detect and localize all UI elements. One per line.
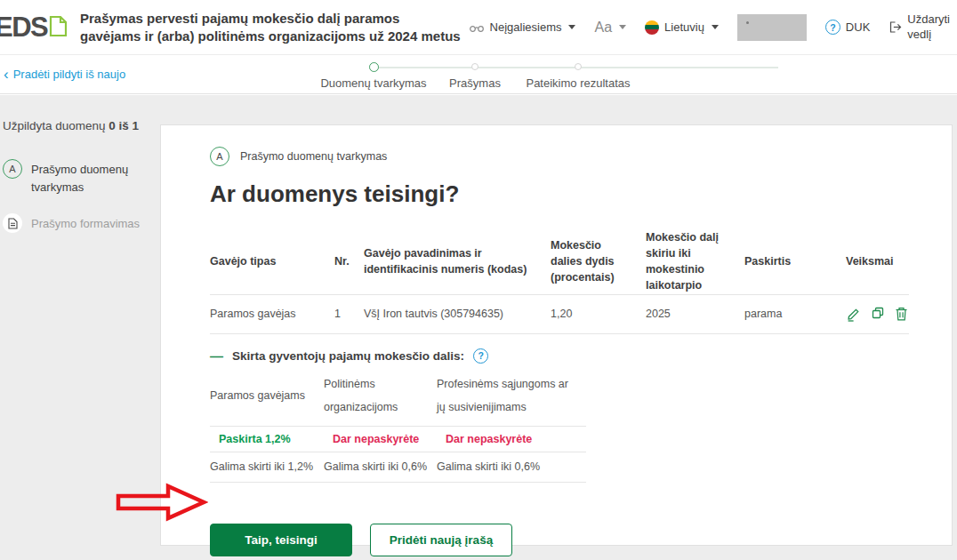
confirm-button[interactable]: Taip, teisingi: [210, 524, 352, 556]
step-dot-active: [369, 62, 379, 72]
caret-down-icon: [619, 25, 626, 29]
row-name: VšĮ Iron tautvis (305794635): [364, 295, 551, 334]
allocation-title: Skirta gyventojų pajamų mokesčio dalis:: [232, 349, 464, 363]
alloc-col-profesinems: Profesinėms sąjungoms ar jų susivienijim…: [437, 365, 586, 428]
section-header: A Prašymo duomenų tvarkymas: [210, 147, 909, 166]
document-circle: [3, 213, 22, 233]
step-pateikimo-rezultatas: Pateikimo rezultatas: [511, 61, 645, 90]
step-duomenu-tvarkymas: Duomenų tvarkymas: [313, 61, 434, 90]
eds-document-icon: [49, 15, 68, 37]
alloc-limit-paramos: Galima skirti iki 1,2%: [210, 452, 324, 483]
restart-link[interactable]: ‹ Pradėti pildyti iš naujo: [4, 68, 125, 81]
col-veiksmai: Veiksmai: [846, 229, 909, 295]
eds-logo-text: EDS: [0, 12, 47, 44]
row-until: 2025: [646, 295, 744, 334]
row-actions: [846, 307, 908, 322]
user-name-redacted: [737, 14, 807, 41]
document-icon: [8, 218, 18, 229]
close-wizard-label: Uždaryti vedlį: [907, 12, 950, 42]
sidebar-item-prasymo-formavimas[interactable]: Prašymo formavimas: [3, 213, 153, 233]
alloc-limit-politinems: Galima skirti iki 0,6%: [324, 452, 437, 483]
button-row: Taip, teisingi Pridėti naują įrašą: [210, 524, 909, 556]
step-label: Prašymas: [449, 76, 501, 90]
chevron-left-icon: ‹: [4, 68, 9, 80]
help-icon[interactable]: ?: [473, 348, 488, 364]
progress-count: 0 iš 1: [109, 119, 139, 132]
alloc-col-politinems: Politinėms organizacijoms: [324, 365, 437, 428]
col-gavejo-tipas: Gavėjo tipas: [210, 229, 334, 295]
accessibility-label: Neįgaliesiems: [490, 20, 562, 34]
col-nr: Nr.: [334, 229, 364, 295]
row-nr: 1: [334, 295, 364, 334]
restart-link-label: Pradėti pildyti iš naujo: [13, 68, 125, 81]
header-controls: Neįgaliesiems Aa Lietuvių ? DUK: [469, 12, 950, 42]
recipients-table: Gavėjo tipas Nr. Gavėjo pavadinimas ir i…: [210, 229, 909, 334]
alloc-col-paramos: Paramos gavėjams: [210, 365, 324, 428]
redacted-dot: [746, 21, 749, 24]
caret-down-icon: [568, 25, 575, 29]
row-percent: 1,20: [551, 295, 646, 334]
delete-icon[interactable]: [895, 307, 908, 321]
page-title: Prašymas pervesti pajamų mokesčio dalį p…: [80, 10, 462, 45]
language-menu[interactable]: Lietuvių: [645, 20, 719, 35]
add-new-record-button[interactable]: Pridėti naują įrašą: [370, 524, 512, 556]
col-iki-laikotarpio: Mokesčio dalį skiriu iki mokestinio laik…: [646, 229, 744, 295]
annotation-arrow-icon: [116, 482, 208, 523]
sidebar-item-duomenu-tvarkymas[interactable]: A Prašymo duomenų tvarkymas: [3, 159, 153, 196]
faq-label: DUK: [846, 20, 870, 34]
section-label: Prašymo duomenų tvarkymas: [240, 150, 387, 163]
top-header: EDS Prašymas pervesti pajamų mokesčio da…: [0, 0, 957, 55]
step-dot-idle: [471, 63, 478, 70]
step-label: Duomenų tvarkymas: [320, 76, 426, 90]
wizard-stepper-bar: ‹ Pradėti pildyti iš naujo Duomenų tvark…: [0, 55, 957, 94]
accessibility-menu[interactable]: Neįgaliesiems: [469, 20, 576, 34]
row-type: Paramos gavėjas: [210, 295, 334, 334]
step-a-badge: A: [210, 147, 229, 166]
lithuania-flag-icon: [645, 20, 659, 35]
step-prasymas: Prašymas: [430, 61, 519, 90]
copy-icon[interactable]: [871, 307, 885, 321]
collapse-minus-icon[interactable]: —: [210, 348, 223, 364]
step-a-badge: A: [3, 159, 22, 179]
exit-icon: [889, 20, 902, 34]
col-paskirtis: Paskirtis: [744, 229, 846, 295]
col-pavadinimas: Gavėjo pavadinimas ir identifikacinis nu…: [364, 229, 551, 295]
close-wizard-button[interactable]: Uždaryti vedlį: [889, 12, 950, 42]
step-label: Pateikimo rezultatas: [526, 76, 630, 90]
font-size-label: Aa: [594, 20, 612, 36]
glasses-icon: [469, 21, 485, 33]
sidebar-item-label: Prašymo duomenų tvarkymas: [31, 159, 153, 196]
page: EDS Prašymas pervesti pajamų mokesčio da…: [0, 0, 957, 560]
help-icon: ?: [825, 20, 840, 35]
faq-link[interactable]: ? DUK: [825, 20, 870, 35]
alloc-limit-profesinems: Galima skirti iki 0,6%: [437, 452, 586, 483]
col-dalies-dydis: Mokesčio dalies dydis (procentais): [551, 229, 646, 295]
alloc-status-profesinems: Dar nepaskyrėte: [437, 427, 586, 452]
eds-logo: EDS: [0, 12, 80, 44]
allocation-table: Paramos gavėjams Politinėms organizacijo…: [210, 365, 586, 484]
sidebar-item-label: Prašymo formavimas: [31, 213, 140, 233]
row-purpose: parama: [744, 295, 846, 334]
main-card: A Prašymo duomenų tvarkymas Ar duomenys …: [160, 124, 953, 546]
edit-icon[interactable]: [846, 307, 861, 322]
caret-down-icon: [712, 25, 719, 29]
language-label: Lietuvių: [664, 20, 704, 34]
font-size-menu[interactable]: Aa: [594, 20, 626, 36]
progress-status: Užpildyta duomenų 0 iš 1: [3, 119, 153, 132]
allocation-section-header: — Skirta gyventojų pajamų mokesčio dalis…: [210, 348, 909, 364]
alloc-status-paramos: Paskirta 1,2%: [210, 427, 324, 452]
alloc-status-politinems: Dar nepaskyrėte: [324, 427, 437, 452]
step-dot-idle: [575, 63, 582, 70]
page-question-heading: Ar duomenys teisingi?: [210, 180, 909, 208]
